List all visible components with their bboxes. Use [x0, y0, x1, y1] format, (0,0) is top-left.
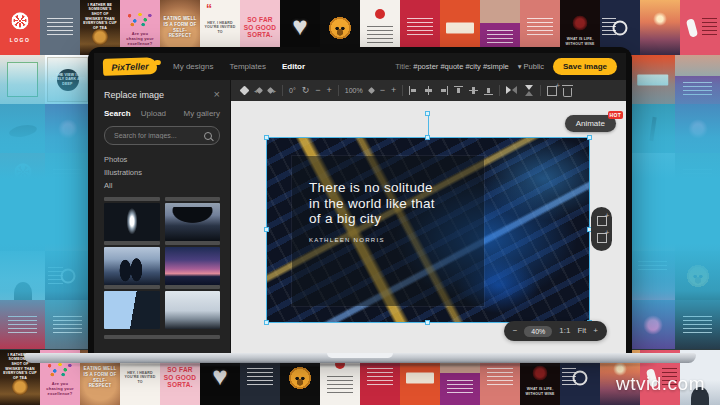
quote-overlay-panel: There is no solitude in the world like t… [292, 156, 484, 306]
zoom-one-to-one-button[interactable]: 1:1 [559, 327, 570, 335]
poster-tile [630, 300, 675, 349]
bring-forward-icon[interactable]: ▸ [268, 88, 276, 94]
design-title-label: Title: [395, 62, 411, 71]
gallery-thumb[interactable] [165, 203, 221, 241]
tab-search[interactable]: Search [104, 109, 131, 118]
nav-templates[interactable]: Templates [229, 62, 265, 71]
filter-all[interactable]: All [104, 179, 220, 192]
poster-tile [675, 104, 720, 153]
zoom-out-button[interactable]: − [513, 327, 518, 335]
scale-icon[interactable] [369, 88, 374, 93]
gallery-thumb[interactable] [104, 247, 160, 285]
sidebar-tabs: Search Upload My gallery [104, 109, 220, 118]
tab-my-gallery[interactable]: My gallery [184, 109, 220, 118]
tile-text: Are you chasing your excellence? [120, 31, 160, 47]
visibility-label: Public [524, 62, 544, 71]
poster-tile [45, 251, 90, 300]
chevron-down-icon: ▾ [518, 62, 522, 71]
poster-tile [0, 300, 45, 349]
poster-tile [45, 153, 90, 202]
send-backward-icon[interactable]: ◂ [254, 88, 262, 94]
collage-column-right [630, 55, 720, 350]
poster-tile [675, 300, 720, 349]
laptop-base-notch [327, 353, 393, 358]
poster-tile: THE VIEW IS LOVELY DARK AND DEEP [45, 55, 90, 104]
animate-button[interactable]: Animate HOT [565, 115, 616, 132]
tile-text: THE VIEW IS LOVELY DARK AND DEEP [45, 73, 90, 87]
duplicate-icon[interactable] [547, 86, 557, 96]
align-left-icon[interactable] [409, 86, 418, 95]
add-page-after-icon[interactable] [597, 233, 607, 243]
poster-tile [630, 55, 675, 104]
filter-photos[interactable]: Photos [104, 153, 220, 166]
filter-illustrations[interactable]: Illustrations [104, 166, 220, 179]
align-right-icon[interactable] [439, 86, 448, 95]
scale-minus-button[interactable]: − [380, 86, 385, 95]
zoom-fit-button[interactable]: Fit [577, 327, 586, 335]
add-page-before-icon[interactable] [597, 216, 607, 226]
nav-editor[interactable]: Editor [282, 62, 305, 71]
editor-main: ◂ ▸ 0° ↻ − + 100% − + [230, 80, 626, 353]
resize-handle[interactable] [264, 320, 269, 325]
resize-handle[interactable] [425, 320, 430, 325]
flip-horizontal-icon[interactable] [506, 86, 517, 95]
resize-handle[interactable] [425, 135, 430, 140]
poster-tile: LOGO [0, 0, 40, 55]
rotate-plus-button[interactable]: + [327, 86, 332, 95]
gallery-thumb[interactable] [104, 203, 160, 241]
align-center-horizontal-icon[interactable] [424, 86, 433, 95]
close-icon[interactable]: × [214, 89, 220, 100]
poster-tile [0, 104, 45, 153]
rotate-minus-button[interactable]: − [315, 86, 320, 95]
scale-value: 100% [345, 87, 363, 94]
rotation-handle[interactable] [425, 111, 430, 116]
delete-icon[interactable] [563, 88, 572, 97]
zoom-in-button[interactable]: + [593, 327, 598, 335]
save-image-button[interactable]: Save image [553, 58, 617, 75]
flip-vertical-icon[interactable] [524, 85, 533, 96]
pixteller-logo-text: PixTeller [111, 61, 149, 72]
design-canvas[interactable]: There is no solitude in the world like t… [231, 101, 626, 353]
shape-layer-icon[interactable] [241, 87, 248, 94]
animate-hot-badge: HOT [608, 111, 623, 119]
replace-image-sidebar: Replace image × Search Upload My gallery [94, 80, 230, 353]
laptop-screen: PixTeller My designs Templates Editor Ti… [88, 47, 632, 353]
image-search-input[interactable] [112, 131, 204, 140]
poster-tile [0, 55, 45, 104]
scale-plus-button[interactable]: + [391, 86, 396, 95]
resize-handle[interactable] [264, 227, 269, 232]
gallery-thumb[interactable] [104, 291, 160, 329]
design-title[interactable]: Title: #poster #quote #city #simple [395, 62, 509, 71]
align-bottom-icon[interactable] [484, 86, 493, 95]
gallery-thumb[interactable] [165, 247, 221, 285]
tile-text: Are you chasing your excellence? [40, 381, 80, 397]
watermark: wtvid.com [616, 373, 705, 395]
laptop-base [24, 353, 696, 363]
align-center-vertical-icon[interactable] [469, 86, 478, 95]
poster-tile [675, 55, 720, 104]
screenshot-root: LOGOI RATHER BE SOMEONE'S SHOT OF WHISKE… [0, 0, 720, 405]
selected-image-layer[interactable]: There is no solitude in the world like t… [267, 138, 589, 322]
resize-handle[interactable] [587, 135, 592, 140]
resize-handle[interactable] [264, 135, 269, 140]
zoom-level[interactable]: 40% [524, 326, 552, 337]
tile-text: HEY, I HEARD YOU'RE INVITED TO [200, 21, 240, 35]
tile-text: HEY, I HEARD YOU'RE INVITED TO [120, 371, 160, 385]
align-top-icon[interactable] [454, 86, 463, 95]
search-icon [204, 132, 212, 140]
poster-tile [630, 104, 675, 153]
pixteller-logo[interactable]: PixTeller [103, 57, 158, 76]
toolbar-separator [402, 85, 403, 96]
collage-column-left: THE VIEW IS LOVELY DARK AND DEEPLOGO [0, 55, 90, 350]
tile-text: WHAT IS LIFE, WITHOUT WINE [560, 37, 600, 46]
poster-tile [630, 251, 675, 300]
poster-tile [45, 300, 90, 349]
poster-tile [675, 153, 720, 202]
tab-upload[interactable]: Upload [141, 109, 166, 118]
gallery-thumb[interactable] [165, 291, 221, 329]
visibility-dropdown[interactable]: ▾ Public [518, 62, 544, 71]
animate-label: Animate [576, 119, 605, 128]
rotate-icon[interactable]: ↻ [302, 86, 310, 95]
image-search-box[interactable] [104, 126, 220, 145]
nav-my-designs[interactable]: My designs [173, 62, 213, 71]
